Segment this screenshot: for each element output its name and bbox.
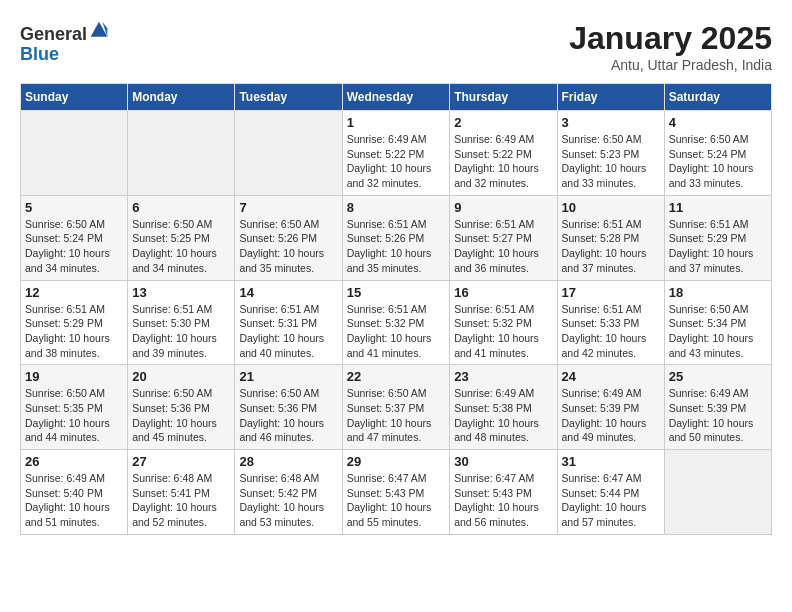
day-info: Sunrise: 6:50 AM Sunset: 5:37 PM Dayligh… (347, 386, 446, 445)
day-info: Sunrise: 6:47 AM Sunset: 5:43 PM Dayligh… (347, 471, 446, 530)
calendar-cell: 9Sunrise: 6:51 AM Sunset: 5:27 PM Daylig… (450, 195, 557, 280)
day-info: Sunrise: 6:51 AM Sunset: 5:29 PM Dayligh… (25, 302, 123, 361)
day-number: 28 (239, 454, 337, 469)
calendar-cell: 23Sunrise: 6:49 AM Sunset: 5:38 PM Dayli… (450, 365, 557, 450)
day-info: Sunrise: 6:51 AM Sunset: 5:32 PM Dayligh… (347, 302, 446, 361)
day-number: 13 (132, 285, 230, 300)
day-number: 6 (132, 200, 230, 215)
calendar-cell: 6Sunrise: 6:50 AM Sunset: 5:25 PM Daylig… (128, 195, 235, 280)
calendar-cell (235, 111, 342, 196)
calendar-cell: 22Sunrise: 6:50 AM Sunset: 5:37 PM Dayli… (342, 365, 450, 450)
calendar-cell: 12Sunrise: 6:51 AM Sunset: 5:29 PM Dayli… (21, 280, 128, 365)
calendar-cell: 21Sunrise: 6:50 AM Sunset: 5:36 PM Dayli… (235, 365, 342, 450)
logo-blue: Blue (20, 44, 59, 64)
title-area: January 2025 Antu, Uttar Pradesh, India (569, 20, 772, 73)
calendar-cell: 28Sunrise: 6:48 AM Sunset: 5:42 PM Dayli… (235, 450, 342, 535)
day-number: 17 (562, 285, 660, 300)
day-number: 9 (454, 200, 552, 215)
calendar-cell: 17Sunrise: 6:51 AM Sunset: 5:33 PM Dayli… (557, 280, 664, 365)
calendar-cell: 29Sunrise: 6:47 AM Sunset: 5:43 PM Dayli… (342, 450, 450, 535)
day-number: 26 (25, 454, 123, 469)
header-day-monday: Monday (128, 84, 235, 111)
day-info: Sunrise: 6:51 AM Sunset: 5:28 PM Dayligh… (562, 217, 660, 276)
calendar-cell: 24Sunrise: 6:49 AM Sunset: 5:39 PM Dayli… (557, 365, 664, 450)
logo: General Blue (20, 20, 109, 65)
calendar-cell: 5Sunrise: 6:50 AM Sunset: 5:24 PM Daylig… (21, 195, 128, 280)
header: General Blue January 2025 Antu, Uttar Pr… (20, 20, 772, 73)
logo-icon (89, 20, 109, 40)
header-day-sunday: Sunday (21, 84, 128, 111)
day-number: 15 (347, 285, 446, 300)
calendar: SundayMondayTuesdayWednesdayThursdayFrid… (20, 83, 772, 535)
calendar-cell: 15Sunrise: 6:51 AM Sunset: 5:32 PM Dayli… (342, 280, 450, 365)
day-info: Sunrise: 6:49 AM Sunset: 5:39 PM Dayligh… (562, 386, 660, 445)
day-info: Sunrise: 6:51 AM Sunset: 5:27 PM Dayligh… (454, 217, 552, 276)
day-number: 29 (347, 454, 446, 469)
day-number: 24 (562, 369, 660, 384)
calendar-cell: 4Sunrise: 6:50 AM Sunset: 5:24 PM Daylig… (664, 111, 771, 196)
day-number: 25 (669, 369, 767, 384)
week-row-5: 26Sunrise: 6:49 AM Sunset: 5:40 PM Dayli… (21, 450, 772, 535)
header-day-friday: Friday (557, 84, 664, 111)
calendar-cell: 7Sunrise: 6:50 AM Sunset: 5:26 PM Daylig… (235, 195, 342, 280)
day-number: 22 (347, 369, 446, 384)
calendar-cell: 16Sunrise: 6:51 AM Sunset: 5:32 PM Dayli… (450, 280, 557, 365)
day-info: Sunrise: 6:48 AM Sunset: 5:42 PM Dayligh… (239, 471, 337, 530)
day-info: Sunrise: 6:49 AM Sunset: 5:22 PM Dayligh… (347, 132, 446, 191)
day-number: 20 (132, 369, 230, 384)
day-number: 16 (454, 285, 552, 300)
calendar-cell: 26Sunrise: 6:49 AM Sunset: 5:40 PM Dayli… (21, 450, 128, 535)
day-number: 8 (347, 200, 446, 215)
day-number: 2 (454, 115, 552, 130)
calendar-header-row: SundayMondayTuesdayWednesdayThursdayFrid… (21, 84, 772, 111)
day-number: 27 (132, 454, 230, 469)
day-number: 21 (239, 369, 337, 384)
day-info: Sunrise: 6:50 AM Sunset: 5:25 PM Dayligh… (132, 217, 230, 276)
week-row-3: 12Sunrise: 6:51 AM Sunset: 5:29 PM Dayli… (21, 280, 772, 365)
day-number: 4 (669, 115, 767, 130)
calendar-cell (21, 111, 128, 196)
day-info: Sunrise: 6:49 AM Sunset: 5:22 PM Dayligh… (454, 132, 552, 191)
day-info: Sunrise: 6:49 AM Sunset: 5:39 PM Dayligh… (669, 386, 767, 445)
day-number: 12 (25, 285, 123, 300)
week-row-4: 19Sunrise: 6:50 AM Sunset: 5:35 PM Dayli… (21, 365, 772, 450)
day-info: Sunrise: 6:50 AM Sunset: 5:23 PM Dayligh… (562, 132, 660, 191)
day-info: Sunrise: 6:51 AM Sunset: 5:31 PM Dayligh… (239, 302, 337, 361)
calendar-cell: 2Sunrise: 6:49 AM Sunset: 5:22 PM Daylig… (450, 111, 557, 196)
day-info: Sunrise: 6:48 AM Sunset: 5:41 PM Dayligh… (132, 471, 230, 530)
header-day-saturday: Saturday (664, 84, 771, 111)
calendar-cell: 27Sunrise: 6:48 AM Sunset: 5:41 PM Dayli… (128, 450, 235, 535)
day-number: 18 (669, 285, 767, 300)
day-info: Sunrise: 6:51 AM Sunset: 5:32 PM Dayligh… (454, 302, 552, 361)
calendar-cell: 8Sunrise: 6:51 AM Sunset: 5:26 PM Daylig… (342, 195, 450, 280)
day-info: Sunrise: 6:49 AM Sunset: 5:38 PM Dayligh… (454, 386, 552, 445)
day-info: Sunrise: 6:47 AM Sunset: 5:43 PM Dayligh… (454, 471, 552, 530)
day-number: 7 (239, 200, 337, 215)
location: Antu, Uttar Pradesh, India (569, 57, 772, 73)
day-number: 10 (562, 200, 660, 215)
day-info: Sunrise: 6:50 AM Sunset: 5:35 PM Dayligh… (25, 386, 123, 445)
calendar-cell (128, 111, 235, 196)
day-info: Sunrise: 6:50 AM Sunset: 5:36 PM Dayligh… (132, 386, 230, 445)
day-number: 19 (25, 369, 123, 384)
calendar-cell: 20Sunrise: 6:50 AM Sunset: 5:36 PM Dayli… (128, 365, 235, 450)
calendar-cell: 30Sunrise: 6:47 AM Sunset: 5:43 PM Dayli… (450, 450, 557, 535)
day-info: Sunrise: 6:50 AM Sunset: 5:24 PM Dayligh… (25, 217, 123, 276)
day-info: Sunrise: 6:51 AM Sunset: 5:33 PM Dayligh… (562, 302, 660, 361)
calendar-cell: 14Sunrise: 6:51 AM Sunset: 5:31 PM Dayli… (235, 280, 342, 365)
month-title: January 2025 (569, 20, 772, 57)
day-number: 14 (239, 285, 337, 300)
logo-general: General (20, 24, 87, 44)
header-day-tuesday: Tuesday (235, 84, 342, 111)
calendar-cell: 25Sunrise: 6:49 AM Sunset: 5:39 PM Dayli… (664, 365, 771, 450)
day-number: 31 (562, 454, 660, 469)
header-day-wednesday: Wednesday (342, 84, 450, 111)
calendar-cell: 10Sunrise: 6:51 AM Sunset: 5:28 PM Dayli… (557, 195, 664, 280)
week-row-1: 1Sunrise: 6:49 AM Sunset: 5:22 PM Daylig… (21, 111, 772, 196)
day-number: 1 (347, 115, 446, 130)
day-info: Sunrise: 6:51 AM Sunset: 5:26 PM Dayligh… (347, 217, 446, 276)
calendar-cell (664, 450, 771, 535)
day-info: Sunrise: 6:50 AM Sunset: 5:36 PM Dayligh… (239, 386, 337, 445)
calendar-cell: 18Sunrise: 6:50 AM Sunset: 5:34 PM Dayli… (664, 280, 771, 365)
day-info: Sunrise: 6:47 AM Sunset: 5:44 PM Dayligh… (562, 471, 660, 530)
